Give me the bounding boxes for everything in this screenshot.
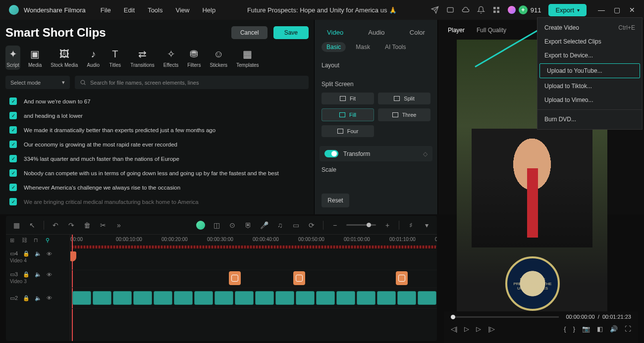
shield-icon[interactable]: ⛨	[244, 221, 253, 230]
export-selected-clips[interactable]: Export Selected Clips	[537, 35, 642, 49]
render-icon[interactable]: ⟳	[307, 221, 316, 230]
export-upload-tiktok[interactable]: Upload to Tiktok...	[537, 79, 642, 93]
send-icon[interactable]	[431, 6, 439, 14]
link-icon[interactable]: ⛓	[22, 237, 29, 244]
close-button[interactable]: ✕	[629, 6, 635, 14]
mute-icon[interactable]: 🔈	[35, 271, 42, 278]
split-fit[interactable]: Fit	[322, 93, 374, 104]
checkbox-icon[interactable]: ✓	[9, 169, 17, 177]
compare-icon[interactable]: ◧	[597, 325, 603, 333]
zoom-out-icon[interactable]: −	[330, 221, 339, 230]
checkbox-icon[interactable]: ✓	[9, 98, 17, 105]
video-clip[interactable]	[154, 291, 172, 305]
split-fill[interactable]: Fill	[322, 108, 374, 121]
script-line[interactable]: ✓Our economy is growing at the most rapi…	[5, 137, 309, 151]
mark-in-icon[interactable]: {	[564, 325, 566, 333]
track-row-3[interactable]	[70, 267, 437, 288]
apps-icon[interactable]	[492, 6, 500, 14]
script-line[interactable]: ✓Whenever America's challenge we always …	[5, 180, 309, 195]
checkbox-icon[interactable]: ✓	[9, 141, 17, 148]
add-credits-icon[interactable]: +	[519, 5, 528, 14]
preview-tab-player[interactable]: Player	[448, 27, 465, 34]
split-four[interactable]: Four	[322, 125, 374, 137]
category-media[interactable]: ▣Media	[27, 46, 43, 70]
mixer-icon[interactable]: ♯	[406, 221, 415, 230]
export-create-video[interactable]: Create VideoCtrl+E	[537, 21, 642, 35]
category-effects[interactable]: ✧Effects	[162, 46, 179, 70]
category-stickers[interactable]: ☺Stickers	[209, 46, 228, 70]
export-button[interactable]: Export ▾	[548, 4, 587, 16]
checkbox-icon[interactable]: ✓	[9, 155, 17, 162]
crop-icon[interactable]: ◫	[212, 221, 221, 230]
export-upload-vimeo[interactable]: Upload to Vimeo...	[537, 93, 642, 107]
category-audio[interactable]: ♪Audio	[86, 46, 101, 70]
visibility-icon[interactable]: 👁	[47, 272, 52, 278]
video-clip[interactable]	[316, 291, 335, 305]
tab-color[interactable]: Color	[406, 27, 429, 38]
script-line[interactable]: ✓We are bringing critical medical manufa…	[5, 195, 309, 209]
credits[interactable]: + 911	[508, 5, 541, 14]
tab-audio[interactable]: Audio	[364, 27, 388, 38]
track-head-2[interactable]: ▭2🔒🔈👁	[6, 288, 70, 309]
clip-marker[interactable]	[293, 271, 305, 285]
track-head-3[interactable]: ▭3🔒🔈👁Video 3	[6, 267, 70, 288]
subtab-basic[interactable]: Basic	[322, 42, 346, 52]
speed-icon[interactable]: ⊙	[228, 221, 237, 230]
video-clip[interactable]	[255, 291, 274, 305]
subtab-aitools[interactable]: AI Tools	[380, 42, 411, 52]
video-clip[interactable]	[174, 291, 193, 305]
magnet-icon[interactable]: ⊓	[34, 237, 41, 244]
volume-icon[interactable]: 🔊	[610, 325, 618, 333]
chevron-down-icon[interactable]: ▾	[422, 221, 431, 230]
timeline-tracks[interactable]: 00:0000:00:10:0000:00:20:0000:00:30:0000…	[70, 235, 437, 341]
delete-icon[interactable]: 🗑	[83, 221, 92, 230]
pin-icon[interactable]: ⚲	[46, 237, 53, 244]
tab-video[interactable]: Video	[323, 27, 347, 38]
split-three[interactable]: Three	[378, 108, 430, 121]
category-script[interactable]: ✦Script	[5, 46, 20, 70]
script-line[interactable]: ✓We made it dramatically better than exp…	[5, 123, 309, 137]
video-clip[interactable]	[357, 291, 376, 305]
stop-icon[interactable]: ▷	[476, 325, 481, 333]
menu-tools[interactable]: Tools	[148, 6, 162, 14]
music-icon[interactable]: ♫	[275, 221, 284, 230]
media-icon[interactable]	[446, 6, 454, 14]
playback-slider[interactable]	[451, 316, 559, 318]
video-clip[interactable]	[72, 291, 91, 305]
search-input[interactable]: Search for file names, screen elements, …	[75, 76, 309, 89]
checkbox-icon[interactable]: ✓	[9, 126, 17, 134]
menu-help[interactable]: Help	[202, 6, 215, 14]
video-clip[interactable]	[418, 291, 436, 305]
video-clip[interactable]	[93, 291, 111, 305]
track-row-2[interactable]	[70, 288, 437, 309]
lock-icon[interactable]: 🔒	[23, 250, 30, 257]
video-clip[interactable]	[215, 291, 233, 305]
menu-view[interactable]: View	[175, 6, 189, 14]
script-line[interactable]: ✓Nobody can compete with us in terms of …	[5, 166, 309, 180]
visibility-icon[interactable]: 👁	[47, 251, 52, 257]
category-transitions[interactable]: ⇄Transitions	[129, 46, 156, 70]
marker-icon[interactable]: ▭	[291, 221, 300, 230]
lock-icon[interactable]: 🔒	[23, 295, 30, 301]
pointer-icon[interactable]: ↖	[28, 221, 37, 230]
subtab-mask[interactable]: Mask	[351, 42, 375, 52]
video-clip[interactable]	[397, 291, 416, 305]
script-line[interactable]: ✓and heading a lot lower	[5, 108, 309, 123]
menu-file[interactable]: File	[101, 6, 111, 14]
video-clip[interactable]	[235, 291, 254, 305]
track-head-4[interactable]: ▭4🔒🔈👁Video 4	[6, 246, 70, 267]
video-clip[interactable]	[296, 291, 315, 305]
fullscreen-icon[interactable]: ⛶	[625, 325, 631, 333]
menu-edit[interactable]: Edit	[124, 6, 135, 14]
play-icon[interactable]: ▷	[464, 325, 469, 333]
video-clip[interactable]	[194, 291, 213, 305]
prev-frame-icon[interactable]: ◁|	[451, 325, 457, 333]
ai-icon[interactable]	[196, 221, 205, 230]
zoom-in-icon[interactable]: +	[383, 221, 392, 230]
keyframe-icon[interactable]: ◇	[423, 150, 428, 157]
cloud-icon[interactable]	[462, 6, 470, 14]
zoom-slider[interactable]	[346, 224, 376, 226]
category-templates[interactable]: ▦Templates	[235, 46, 260, 70]
lock-icon[interactable]: 🔒	[23, 271, 30, 278]
preview-tab-fullquality[interactable]: Full Quality	[477, 27, 506, 34]
